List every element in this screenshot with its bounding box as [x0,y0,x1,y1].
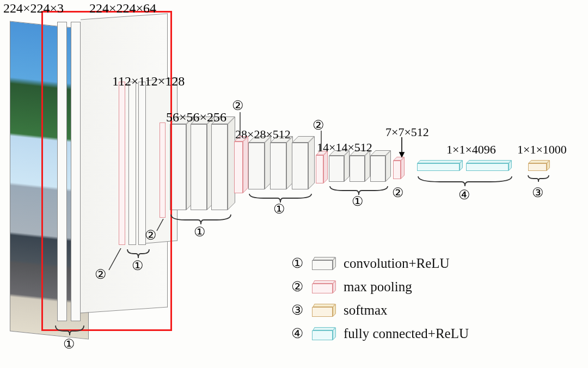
conv3-cube-c [211,124,228,210]
conv3-cube-a [170,124,186,210]
conv5-cube-b [350,156,365,182]
conv1-slab-a [57,22,67,321]
pool1-slab [119,82,125,245]
fc-bar-b [466,163,509,171]
legend-swatch-gray [312,257,336,270]
legend-num-1: ① [291,255,312,271]
conv5-cube-a [329,156,344,182]
legend-num-2: ② [291,279,312,295]
legend-text-pool: max pooling [344,279,412,295]
legend: ① convolution+ReLU ② max pooling ③ softm… [291,252,469,345]
conv5-cube-c [370,156,385,182]
conv1-slab-b [71,22,81,321]
brace-softmax [526,173,551,185]
label-input-dims: 224×224×3 [3,1,64,16]
lead-pool1 [107,248,123,272]
marker-conv1-1: ① [63,336,75,352]
label-fc-dims: 1×1×4096 [446,143,496,157]
legend-row-pool: ② max pooling [291,275,469,298]
pool5-cube [393,161,401,179]
marker-conv5-1: ① [352,194,364,209]
legend-num-4: ④ [291,326,312,341]
label-conv1-dims: 224×224×64 [89,1,156,16]
conv3-cube-b [191,124,207,210]
lead-pool4 [318,131,324,154]
fc-bar-a [417,163,460,171]
pool2-slab [160,122,166,218]
legend-text-fc: fully connected+ReLU [344,326,469,341]
svg-marker-1 [400,152,404,157]
conv4-cube-a [248,143,265,189]
marker-softmax-3: ③ [532,185,544,200]
marker-pool1-2: ② [95,267,107,282]
legend-swatch-teal [312,327,336,340]
marker-pool5-2: ② [392,185,404,200]
marker-conv2-1: ① [132,258,144,273]
marker-conv3-1: ① [194,224,206,240]
pool3-cube [234,142,243,193]
legend-swatch-tan [312,304,336,317]
lead-pool2 [156,219,166,233]
marker-pool3-2: ② [232,98,244,113]
marker-pool2-2: ② [145,228,157,243]
arrow-pool5 [396,137,407,159]
pool4-cube [316,155,323,183]
legend-row-conv: ① convolution+ReLU [291,252,469,275]
vgg-architecture-diagram: 224×224×3 224×224×64 112×112×128 56×56×2… [0,0,588,368]
legend-row-softmax: ③ softmax [291,298,469,322]
label-conv3-dims: 56×56×256 [166,110,226,125]
label-out-dims: 1×1×1000 [517,143,567,157]
conv4-cube-b [270,143,286,189]
legend-num-3: ③ [291,302,312,318]
lead-pool3 [236,112,244,138]
conv4-cube-c [292,143,308,189]
conv2-slab-b [138,82,146,245]
marker-conv4-1: ① [273,201,285,217]
conv2-slab-a [128,82,136,245]
legend-row-fc: ④ fully connected+ReLU [291,322,469,345]
label-conv5-dims: 14×14×512 [317,140,372,155]
legend-text-softmax: softmax [344,303,388,318]
softmax-bar [528,163,547,171]
legend-text-conv: convolution+ReLU [344,256,450,271]
svg-line-2 [109,248,121,270]
legend-swatch-pink [312,280,336,293]
marker-fc-4: ④ [458,187,470,203]
svg-line-3 [157,219,163,231]
label-conv2-dims: 112×112×128 [112,74,185,89]
